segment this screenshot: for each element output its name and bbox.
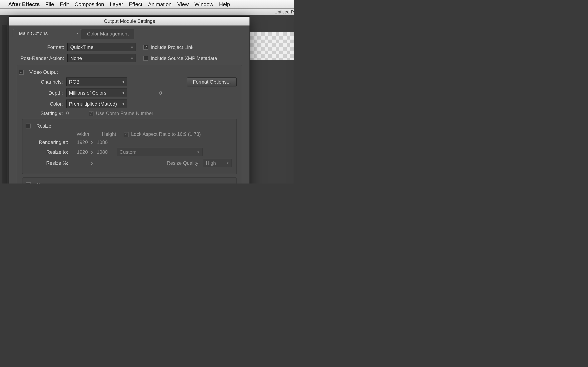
crop-checkbox[interactable] [26, 182, 31, 184]
output-module-settings-dialog[interactable]: Output Module Settings Main Options Colo… [9, 16, 250, 184]
tab-main-options[interactable]: Main Options [13, 29, 81, 38]
format-dropdown[interactable]: QuickTime [67, 43, 136, 51]
starting-frame-value[interactable]: 0 [66, 110, 69, 116]
oms-tabs: Main Options Color Management [9, 26, 250, 39]
crop-group: Crop Use Region of Interest Final Size: … [22, 177, 237, 184]
resize-group: Resize Width Height Lock Aspect Ratio to… [22, 119, 237, 174]
menu-effect[interactable]: Effect [129, 1, 142, 7]
format-options-button[interactable]: Format Options... [187, 77, 237, 86]
menu-window[interactable]: Window [194, 1, 213, 7]
post-render-action-dropdown[interactable]: None [67, 54, 136, 62]
menu-composition[interactable]: Composition [75, 1, 104, 7]
lock-aspect-checkbox [124, 132, 129, 137]
app-name[interactable]: After Effects [8, 1, 40, 7]
channels-dropdown[interactable]: RGB [66, 77, 127, 86]
dialog-title: Output Module Settings [9, 17, 250, 26]
menu-edit[interactable]: Edit [60, 1, 69, 7]
menu-animation[interactable]: Animation [148, 1, 172, 7]
resize-checkbox[interactable] [26, 124, 31, 128]
oms-content: Format: QuickTime Include Project Link P… [9, 39, 250, 184]
depth-dropdown[interactable]: Millions of Colors [66, 89, 127, 97]
composition-viewer[interactable] [250, 32, 294, 60]
resize-preset-dropdown: Custom [117, 148, 202, 156]
mac-menubar[interactable]: After Effects File Edit Composition Laye… [0, 0, 294, 8]
include-project-link-checkbox[interactable] [143, 45, 148, 50]
window-title: Untitled Project.aep [0, 8, 294, 15]
menu-view[interactable]: View [177, 1, 189, 7]
use-comp-frame-checkbox [88, 111, 93, 116]
include-xmp-checkbox[interactable] [143, 56, 148, 61]
menu-help[interactable]: Help [219, 1, 230, 7]
video-output-checkbox[interactable] [19, 70, 24, 75]
project-panel-edge [2, 25, 7, 184]
color-dropdown[interactable]: Premultiplied (Matted) [66, 100, 127, 108]
menu-layer[interactable]: Layer [110, 1, 123, 7]
video-output-group: Video Output Channels: RGB Format Option… [17, 65, 242, 184]
menu-file[interactable]: File [45, 1, 54, 7]
resize-quality-dropdown: High [203, 159, 232, 167]
tab-color-management[interactable]: Color Management [81, 29, 134, 39]
